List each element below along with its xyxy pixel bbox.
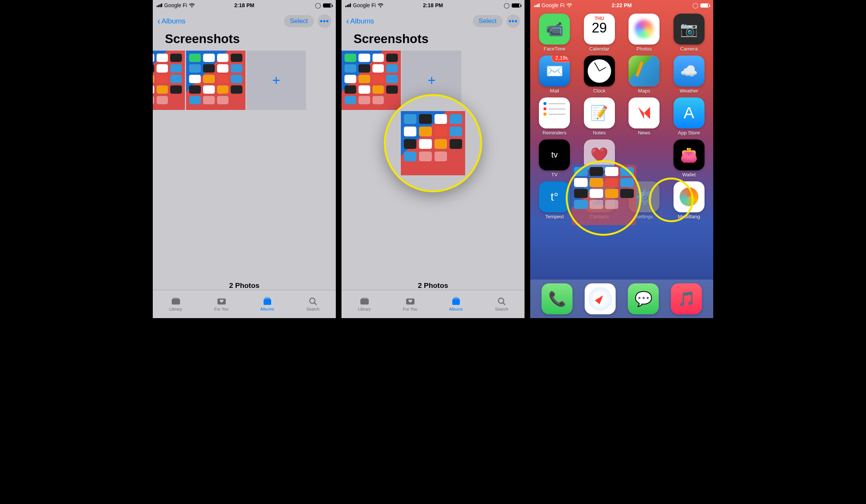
chevron-left-icon: ‹ — [346, 16, 349, 26]
dock: 📞💬🎵 — [530, 280, 713, 318]
svg-rect-5 — [265, 297, 270, 298]
app-label: Wallet — [682, 172, 696, 178]
time-label: 2:18 PM — [234, 2, 255, 8]
plus-icon: + — [272, 73, 280, 88]
app-label: News — [638, 130, 650, 136]
screenshot-thumb-2[interactable] — [186, 51, 245, 110]
status-bar: Google Fi 2:18 PM ◯ — [341, 0, 525, 11]
dragged-screenshot-highlight[interactable] — [384, 94, 482, 192]
svg-rect-3 — [264, 299, 271, 305]
app-medibang[interactable]: MediBang — [669, 181, 709, 220]
time-label: 2:18 PM — [423, 2, 443, 8]
thumbnail-row: + — [153, 51, 336, 110]
photo-count-label: 2 Photos — [341, 281, 525, 290]
dock-app-safari[interactable] — [585, 283, 616, 314]
svg-rect-4 — [264, 298, 270, 299]
signal-icon — [534, 3, 540, 7]
svg-line-7 — [314, 303, 317, 305]
app-calendar[interactable]: THU29Calendar — [580, 14, 619, 52]
tab-label: For You — [403, 307, 417, 311]
tab-foryou[interactable]: For You — [387, 290, 433, 318]
app-label: Tempest — [545, 214, 564, 220]
svg-point-14 — [498, 298, 504, 303]
page-title: Screenshots — [341, 32, 525, 51]
app-tv[interactable]: tvTV — [535, 139, 574, 178]
more-button[interactable]: ••• — [506, 14, 520, 28]
library-icon — [171, 297, 181, 305]
dock-app-messages[interactable]: 💬 — [628, 283, 659, 314]
app-maps[interactable]: Maps — [624, 56, 664, 94]
app-camera[interactable]: 📷Camera — [669, 14, 709, 52]
back-button[interactable]: ‹ Albums — [346, 16, 374, 26]
app-tempest[interactable]: t°Tempest — [535, 181, 574, 220]
signal-icon — [157, 3, 162, 7]
select-button[interactable]: Select — [473, 15, 503, 27]
app-news[interactable]: News — [624, 97, 664, 136]
back-label: Albums — [350, 17, 374, 25]
tab-search[interactable]: Search — [290, 290, 336, 318]
app-reminders[interactable]: Reminders — [535, 97, 574, 136]
app-notes[interactable]: 📝Notes — [580, 97, 619, 136]
svg-rect-1 — [173, 298, 179, 299]
tab-label: Library — [358, 307, 371, 311]
app-wallet[interactable]: 👛Wallet — [669, 139, 709, 178]
battery-icon — [323, 3, 332, 8]
app-mail[interactable]: ✉️2,196Mail — [535, 56, 574, 94]
photos-app-dragging-view: Google Fi 2:18 PM ◯ ‹ Albums Select ••• … — [341, 0, 525, 318]
app-app-store[interactable]: AApp Store — [669, 97, 709, 136]
chevron-left-icon: ‹ — [157, 16, 160, 26]
tab-search[interactable]: Search — [479, 290, 525, 318]
dragged-screenshot[interactable] — [401, 111, 465, 175]
battery-icon — [700, 3, 709, 8]
tab-bar: LibraryFor YouAlbumsSearch — [341, 290, 525, 318]
tab-library[interactable]: Library — [341, 290, 387, 318]
foryou-icon — [216, 297, 227, 305]
battery-icon — [512, 3, 521, 8]
app-photos[interactable]: Photos — [624, 14, 664, 52]
home-screen-view: Google Fi 2:22 PM ◯ 📹FaceTimeTHU29Calend… — [530, 0, 713, 318]
app-label: FaceTime — [544, 46, 565, 52]
svg-point-6 — [310, 298, 315, 303]
plus-icon: + — [428, 73, 436, 88]
tab-bar: LibraryFor YouAlbumsSearch — [153, 290, 336, 318]
tab-label: Library — [169, 307, 182, 311]
app-label: Notes — [593, 130, 606, 136]
mail-icon: ✉️2,196 — [539, 56, 570, 87]
screenshot-thumb-1[interactable] — [341, 51, 401, 110]
add-photo-tile[interactable]: + — [247, 51, 306, 110]
select-button[interactable]: Select — [284, 15, 314, 27]
status-bar: Google Fi 2:22 PM ◯ — [530, 0, 713, 11]
page-title: Screenshots — [153, 32, 336, 51]
tempest-icon: t° — [539, 181, 570, 212]
app-label: Mail — [550, 88, 559, 94]
library-icon — [359, 297, 370, 305]
app store-icon: A — [674, 97, 705, 128]
camera-icon: 📷 — [674, 14, 705, 45]
medibang-icon — [674, 181, 705, 212]
back-button[interactable]: ‹ Albums — [157, 16, 185, 26]
tab-albums[interactable]: Albums — [433, 290, 479, 318]
more-button[interactable]: ••• — [318, 14, 331, 28]
wifi-icon — [566, 3, 572, 8]
albums-icon — [451, 297, 461, 305]
app-clock[interactable]: Clock — [580, 56, 619, 94]
screenshot-thumb-1[interactable] — [153, 51, 185, 110]
tab-label: For You — [214, 307, 229, 311]
app-label: MediBang — [678, 214, 700, 220]
calendar-icon: THU29 — [584, 14, 615, 45]
dock-app-phone[interactable]: 📞 — [542, 283, 573, 314]
signal-icon — [345, 3, 351, 7]
photos-icon — [629, 14, 660, 45]
tab-foryou[interactable]: For You — [199, 290, 244, 318]
dock-app-music[interactable]: 🎵 — [671, 283, 702, 314]
tab-library[interactable]: Library — [153, 290, 199, 318]
search-icon — [308, 297, 318, 305]
app-facetime[interactable]: 📹FaceTime — [535, 14, 574, 52]
wifi-icon — [189, 3, 195, 8]
svg-rect-11 — [452, 299, 460, 305]
search-icon — [497, 297, 507, 305]
tab-albums[interactable]: Albums — [244, 290, 290, 318]
drag-drop-ghost[interactable] — [572, 165, 636, 225]
app-weather[interactable]: ☁️Weather — [669, 56, 709, 94]
facetime-icon: 📹 — [539, 14, 570, 45]
